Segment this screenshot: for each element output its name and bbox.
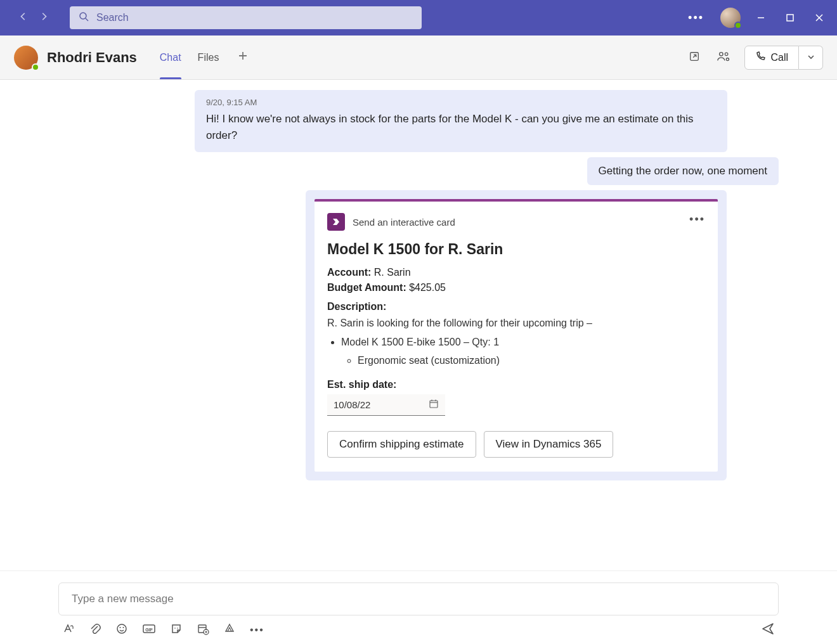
- current-user-avatar[interactable]: [720, 8, 741, 28]
- svg-point-6: [725, 53, 729, 56]
- list-item: Ergonomic seat (customization): [358, 352, 705, 369]
- attach-icon[interactable]: [89, 622, 101, 638]
- compose-toolbar: GIF •••: [58, 615, 779, 638]
- contact-name: Rhodri Evans: [47, 49, 137, 66]
- svg-point-13: [120, 627, 121, 628]
- card-description-label: Description:: [327, 301, 705, 312]
- search-input[interactable]: [95, 11, 413, 24]
- list-item: Model K 1500 E-bike 1500 – Qty: 1 Ergono…: [341, 334, 705, 369]
- compose-more-icon[interactable]: •••: [250, 624, 264, 636]
- interactive-card: ••• Send an interactive card Model K 150…: [315, 199, 718, 472]
- add-people-icon[interactable]: [714, 48, 733, 68]
- call-dropdown[interactable]: [799, 46, 823, 70]
- chat-messages: 9/20, 9:15 AM Hi! I know we're not alway…: [0, 80, 837, 570]
- ship-date-label: Est. ship date:: [327, 379, 705, 390]
- schedule-meeting-icon[interactable]: [197, 622, 209, 638]
- phone-icon: [755, 51, 765, 64]
- search-box[interactable]: [70, 6, 422, 29]
- window-close-icon[interactable]: [810, 13, 828, 22]
- gif-icon[interactable]: GIF: [142, 622, 156, 638]
- card-account-row: Account: R. Sarin: [327, 267, 705, 278]
- title-bar: •••: [0, 0, 837, 35]
- compose-input[interactable]: [70, 592, 767, 606]
- nav-forward-icon[interactable]: [39, 12, 48, 23]
- tab-chat[interactable]: Chat: [160, 35, 181, 79]
- call-label: Call: [770, 52, 788, 63]
- window-minimize-icon[interactable]: [752, 13, 770, 22]
- window-maximize-icon[interactable]: [781, 13, 799, 22]
- presence-available-icon: [734, 22, 742, 29]
- svg-rect-8: [430, 401, 438, 408]
- message-text: Hi! I know we're not always in stock for…: [206, 111, 716, 143]
- card-title: Model K 1500 for R. Sarin: [327, 241, 705, 258]
- ship-date-input[interactable]: 10/08/22: [327, 394, 445, 416]
- sticker-icon[interactable]: [170, 622, 183, 638]
- format-icon[interactable]: [62, 622, 75, 638]
- card-app-name: Send an interactive card: [353, 217, 455, 228]
- svg-point-12: [117, 624, 126, 633]
- ship-date-value: 10/08/22: [334, 399, 370, 410]
- svg-point-17: [174, 628, 176, 629]
- svg-text:GIF: GIF: [145, 628, 153, 632]
- message-timestamp: 9/20, 9:15 AM: [206, 98, 716, 107]
- card-message: ••• Send an interactive card Model K 150…: [306, 190, 727, 480]
- svg-point-14: [123, 627, 124, 628]
- composer: GIF •••: [0, 570, 837, 644]
- message-outgoing: Getting the order now, one moment: [587, 157, 779, 185]
- compose-box[interactable]: [58, 583, 779, 615]
- svg-point-18: [177, 628, 178, 629]
- chat-header: Rhodri Evans Chat Files Call: [0, 35, 837, 80]
- message-text: Getting the order now, one moment: [599, 165, 768, 177]
- svg-rect-3: [787, 15, 793, 21]
- call-button[interactable]: Call: [744, 46, 799, 70]
- nav-back-icon[interactable]: [19, 12, 28, 23]
- calendar-icon: [429, 399, 439, 411]
- chevron-down-icon: [807, 52, 815, 63]
- search-icon: [79, 11, 89, 24]
- send-icon[interactable]: [761, 622, 775, 638]
- card-description: R. Sarin is looking for the following fo…: [327, 315, 705, 369]
- add-tab-icon[interactable]: [235, 48, 250, 67]
- title-more-icon[interactable]: •••: [683, 9, 709, 27]
- svg-point-5: [720, 52, 723, 56]
- svg-line-1: [86, 18, 88, 21]
- card-more-icon[interactable]: •••: [689, 213, 705, 226]
- tab-files[interactable]: Files: [198, 35, 219, 79]
- message-incoming: 9/20, 9:15 AM Hi! I know we're not alway…: [195, 90, 727, 152]
- view-dynamics-button[interactable]: View in Dynamics 365: [484, 431, 614, 458]
- power-automate-icon: [327, 213, 345, 231]
- presence-available-icon: [32, 63, 39, 71]
- confirm-shipping-button[interactable]: Confirm shipping estimate: [327, 431, 476, 458]
- emoji-icon[interactable]: [115, 622, 128, 638]
- popout-icon[interactable]: [686, 48, 703, 67]
- card-budget-row: Budget Amount: $425.05: [327, 282, 705, 293]
- contact-avatar[interactable]: [14, 46, 38, 70]
- stream-icon[interactable]: [223, 622, 236, 638]
- svg-point-0: [80, 13, 86, 19]
